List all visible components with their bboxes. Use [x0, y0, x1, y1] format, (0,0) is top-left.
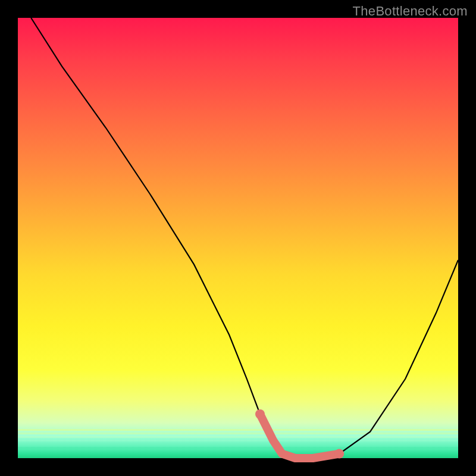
- highlight-dot: [255, 409, 265, 419]
- plot-area: [18, 18, 458, 458]
- chart-frame: TheBottleneck.com: [0, 0, 476, 476]
- watermark-text: TheBottleneck.com: [353, 4, 468, 19]
- highlight-dot: [334, 449, 344, 459]
- bottleneck-curve: [18, 18, 458, 458]
- curve-path: [31, 18, 458, 458]
- curve-highlight: [260, 414, 339, 458]
